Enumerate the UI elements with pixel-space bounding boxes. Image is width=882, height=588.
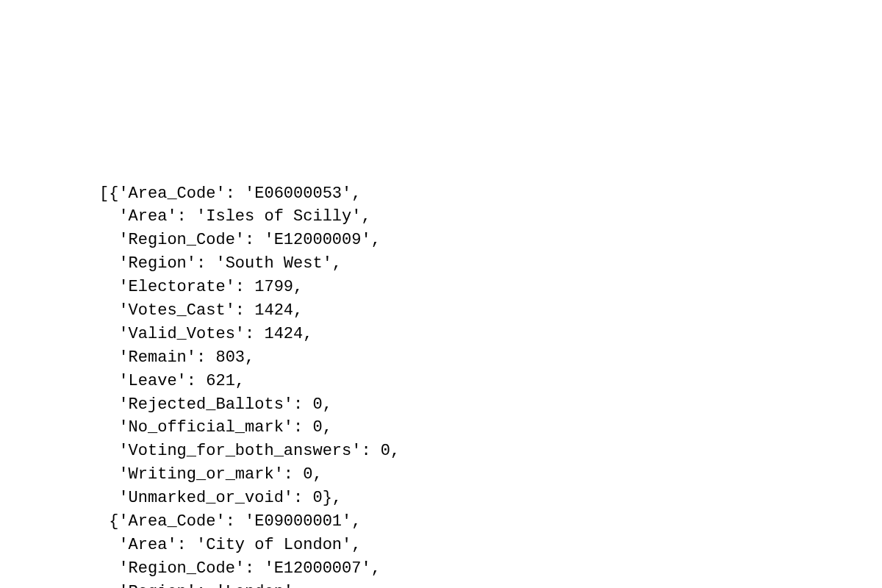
code-line: 'No_official_mark': 0, [99, 418, 332, 437]
code-line: {'Area_Code': 'E09000001', [99, 512, 361, 531]
code-line: 'Voting_for_both_answers': 0, [99, 442, 400, 460]
code-line: 'Region': 'South West', [99, 254, 342, 273]
code-line: 'Writing_or_mark': 0, [99, 465, 323, 484]
code-line: 'Region_Code': 'E12000009', [99, 231, 381, 249]
code-line: 'Electorate': 1799, [99, 278, 303, 296]
code-line: [{'Area_Code': 'E06000053', [99, 184, 361, 203]
code-line: 'Region_Code': 'E12000007', [99, 559, 381, 578]
code-output: [{'Area_Code': 'E06000053', 'Area': 'Isl… [99, 182, 882, 588]
code-line: 'Area': 'City of London', [99, 536, 361, 554]
code-line: 'Valid_Votes': 1424, [99, 325, 312, 343]
code-line: 'Votes_Cast': 1424, [99, 301, 303, 320]
code-line: 'Unmarked_or_void': 0}, [99, 489, 342, 507]
code-line: 'Area': 'Isles of Scilly', [99, 207, 371, 226]
code-line: 'Leave': 621, [99, 372, 245, 390]
code-line: 'Rejected_Ballots': 0, [99, 395, 332, 414]
code-line: 'Remain': 803, [99, 348, 254, 367]
code-line: 'Region': 'London', [99, 583, 303, 588]
